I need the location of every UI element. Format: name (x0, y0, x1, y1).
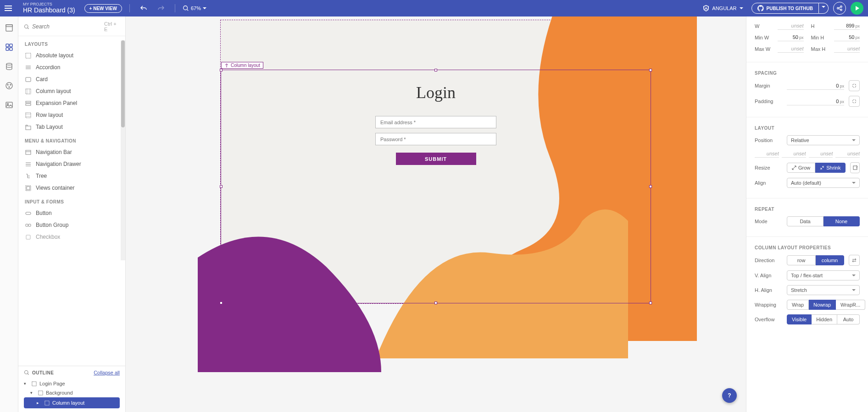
scrollbar[interactable] (121, 40, 125, 260)
pos-bottom-field[interactable]: unset (809, 150, 833, 158)
margin-expand-button[interactable] (849, 80, 860, 91)
visible-button[interactable]: Visible (787, 314, 812, 324)
share-button[interactable] (833, 2, 846, 15)
auto-button[interactable]: Auto (837, 314, 860, 324)
resize-handle[interactable] (220, 185, 223, 188)
resize-handle[interactable] (434, 302, 437, 304)
valign-select[interactable]: Top / flex-start (787, 270, 860, 280)
views-icon[interactable] (4, 23, 14, 33)
direction-label: Direction (755, 258, 782, 263)
comp-checkbox[interactable]: Checkbox (18, 231, 125, 243)
comp-column-layout[interactable]: Column layout (18, 85, 125, 97)
h-field[interactable]: 899px (834, 22, 860, 30)
padding-expand-button[interactable] (849, 96, 860, 107)
hidden-button[interactable]: Hidden (812, 314, 837, 324)
swap-button[interactable] (849, 255, 860, 266)
svg-point-0 (184, 6, 188, 10)
svg-rect-7 (10, 44, 12, 47)
chevron-down-icon (852, 138, 856, 142)
comp-expansion-panel[interactable]: Expansion Panel (18, 97, 125, 109)
search-box[interactable]: Ctrl + E (18, 16, 125, 36)
grow-button[interactable]: Grow (787, 163, 815, 173)
left-panel: Ctrl + E LAYOUTS Absolute layout Accordi… (18, 16, 126, 412)
pos-left-field[interactable]: unset (835, 150, 860, 158)
selection-label[interactable]: Column layout (221, 62, 263, 69)
tree-item-login-page[interactable]: ▾Login Page (24, 379, 120, 388)
minw-field[interactable]: 50px (778, 33, 804, 41)
padding-field[interactable]: 0px (787, 98, 844, 105)
column-layout-icon (44, 400, 50, 406)
preview-button[interactable] (851, 2, 863, 15)
comp-accordion[interactable]: Accordion (18, 61, 125, 73)
svg-rect-33 (32, 381, 36, 385)
email-input[interactable] (375, 116, 496, 128)
shrink-button[interactable]: Shrink (815, 163, 846, 173)
align-select[interactable]: Auto (default) (787, 178, 860, 188)
themes-icon[interactable] (4, 81, 14, 91)
wrapr-button[interactable]: WrapR... (836, 300, 865, 310)
search-input[interactable] (32, 23, 101, 30)
comp-row-layout[interactable]: Row layout (18, 109, 125, 121)
nowrap-button[interactable]: Nowrap (809, 300, 836, 310)
checkbox-icon (25, 234, 31, 240)
component-list[interactable]: LAYOUTS Absolute layout Accordion Card C… (18, 36, 125, 366)
password-input[interactable] (375, 133, 496, 145)
resize-handle[interactable] (220, 302, 223, 304)
publish-dropdown-button[interactable] (819, 3, 829, 14)
tool-rail (0, 16, 18, 412)
w-field[interactable]: unset (778, 22, 804, 30)
new-view-button[interactable]: + NEW VIEW (84, 4, 122, 13)
accordion-icon (25, 64, 31, 71)
tree-item-column-layout[interactable]: ▸Column layout (24, 397, 120, 408)
margin-field[interactable]: 0px (787, 82, 844, 90)
comp-button-group[interactable]: Button Group (18, 219, 125, 231)
halign-select[interactable]: Stretch (787, 285, 860, 295)
submit-button[interactable]: SUBMIT (396, 153, 476, 165)
comp-tree[interactable]: Tree (18, 170, 125, 182)
comp-button[interactable]: Button (18, 207, 125, 219)
column-button[interactable]: column (816, 255, 844, 265)
data-button[interactable]: Data (787, 216, 823, 226)
tree-item-background[interactable]: ▾Background (24, 388, 120, 397)
resize-handle[interactable] (649, 185, 652, 188)
position-label: Position (755, 137, 782, 143)
menu-icon[interactable] (5, 3, 16, 14)
data-icon[interactable] (4, 61, 14, 71)
svg-rect-25 (26, 150, 31, 154)
undo-icon[interactable] (137, 2, 150, 15)
help-button[interactable]: ? (722, 388, 737, 403)
minh-label: Min H (811, 35, 830, 40)
framework-selector[interactable]: ANGULAR (699, 3, 746, 13)
canvas[interactable]: Column layout Login SUBMIT (126, 16, 746, 412)
position-select[interactable]: Relative (787, 135, 860, 145)
wrap-button[interactable]: Wrap (787, 300, 809, 310)
comp-navigation-drawer[interactable]: Navigation Drawer (18, 158, 125, 170)
zoom-control[interactable]: 67% (183, 5, 206, 11)
assets-icon[interactable] (4, 100, 14, 110)
resize-handle[interactable] (649, 302, 652, 304)
comp-navigation-bar[interactable]: Navigation Bar (18, 146, 125, 158)
canvas-frame[interactable]: Column layout Login SUBMIT (220, 20, 651, 304)
collapse-all-link[interactable]: Collapse all (94, 370, 120, 375)
maxh-field[interactable]: unset (834, 45, 860, 53)
comp-card[interactable]: Card (18, 73, 125, 85)
row-button[interactable]: row (787, 255, 816, 265)
minh-field[interactable]: 50px (834, 33, 860, 41)
scrollbar-thumb[interactable] (121, 40, 125, 127)
publish-button[interactable]: PUBLISH TO GITHUB (751, 3, 819, 14)
components-icon[interactable] (4, 42, 14, 52)
pos-top-field[interactable]: unset (755, 150, 779, 158)
comp-views-container[interactable]: Views container (18, 182, 125, 194)
resize-edit-button[interactable] (850, 162, 860, 173)
comp-tab-layout[interactable]: Tab Layout (18, 121, 125, 133)
svg-rect-31 (26, 235, 30, 239)
project-breadcrumb[interactable]: MY PROJECTS HR Dashboard (3) (23, 2, 75, 14)
pos-right-field[interactable]: unset (782, 150, 806, 158)
svg-rect-18 (26, 53, 31, 58)
redo-icon[interactable] (155, 2, 167, 15)
comp-absolute-layout[interactable]: Absolute layout (18, 49, 125, 61)
w-label: W (755, 23, 774, 29)
none-button[interactable]: None (823, 216, 860, 226)
maxw-field[interactable]: unset (778, 45, 804, 53)
svg-rect-15 (6, 102, 12, 108)
